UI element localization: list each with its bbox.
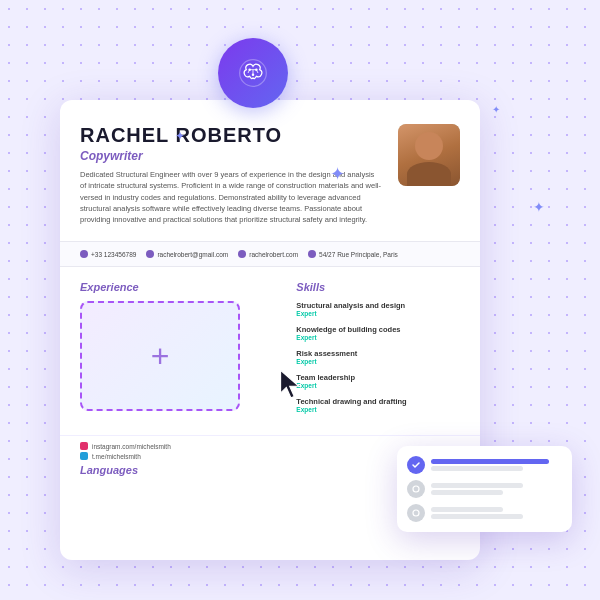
skill-item-1: Structural analysis and design Expert bbox=[296, 301, 460, 317]
popup-bar-bottom-2 bbox=[431, 490, 503, 495]
popup-bar-top-2 bbox=[431, 483, 523, 488]
experience-section: Experience + bbox=[80, 281, 276, 421]
contact-location: 54/27 Rue Principale, Paris bbox=[308, 250, 398, 258]
contact-website: rachelrobert.com bbox=[238, 250, 298, 258]
popup-bar-bottom-3 bbox=[431, 514, 523, 519]
svg-point-8 bbox=[413, 486, 419, 492]
sparkle-icon-1: ✦ bbox=[175, 130, 185, 142]
popup-bars-2 bbox=[431, 483, 562, 495]
experience-title: Experience bbox=[80, 281, 276, 293]
contact-bar: +33 123456789 rachelrobert@gmail.com rac… bbox=[60, 242, 480, 267]
globe-icon bbox=[238, 250, 246, 258]
resume-name: RACHEL ROBERTO bbox=[80, 124, 382, 147]
experience-add-box[interactable]: + bbox=[80, 301, 240, 411]
popup-row-3 bbox=[407, 504, 562, 522]
skills-title: Skills bbox=[296, 281, 460, 293]
add-experience-icon[interactable]: + bbox=[151, 340, 170, 372]
skill-item-5: Technical drawing and drafting Expert bbox=[296, 397, 460, 413]
popup-bar-bottom-1 bbox=[431, 466, 523, 471]
sparkle-icon-3: ✦ bbox=[492, 105, 500, 115]
resume-header: RACHEL ROBERTO Copywriter Dedicated Stru… bbox=[60, 100, 480, 242]
popup-icon-2 bbox=[407, 480, 425, 498]
brain-ai-icon bbox=[218, 38, 288, 108]
avatar-image bbox=[398, 124, 460, 186]
skill-item-2: Knowledge of building codes Expert bbox=[296, 325, 460, 341]
popup-bar-top-3 bbox=[431, 507, 503, 512]
popup-bar-top-1 bbox=[431, 459, 549, 464]
skill-item-4: Team leadership Expert bbox=[296, 373, 460, 389]
popup-bars-1 bbox=[431, 459, 562, 471]
telegram-icon bbox=[80, 452, 88, 460]
phone-icon bbox=[80, 250, 88, 258]
popup-row-2 bbox=[407, 480, 562, 498]
popup-bars-3 bbox=[431, 507, 562, 519]
svg-point-9 bbox=[413, 510, 419, 516]
popup-card bbox=[397, 446, 572, 532]
popup-row-1 bbox=[407, 456, 562, 474]
location-icon bbox=[308, 250, 316, 258]
email-icon bbox=[146, 250, 154, 258]
instagram-icon bbox=[80, 442, 88, 450]
popup-icon-1 bbox=[407, 456, 425, 474]
resume-body: Experience + Skills Structural analysis … bbox=[60, 267, 480, 435]
contact-phone: +33 123456789 bbox=[80, 250, 136, 258]
skill-item-3: Risk assessment Expert bbox=[296, 349, 460, 365]
contact-email: rachelrobert@gmail.com bbox=[146, 250, 228, 258]
sparkle-icon-2: ✦ bbox=[330, 165, 345, 183]
skills-section: Skills Structural analysis and design Ex… bbox=[296, 281, 460, 421]
avatar bbox=[398, 124, 460, 186]
popup-icon-3 bbox=[407, 504, 425, 522]
sparkle-icon-4: ✦ bbox=[533, 200, 545, 214]
resume-job-title: Copywriter bbox=[80, 149, 382, 163]
